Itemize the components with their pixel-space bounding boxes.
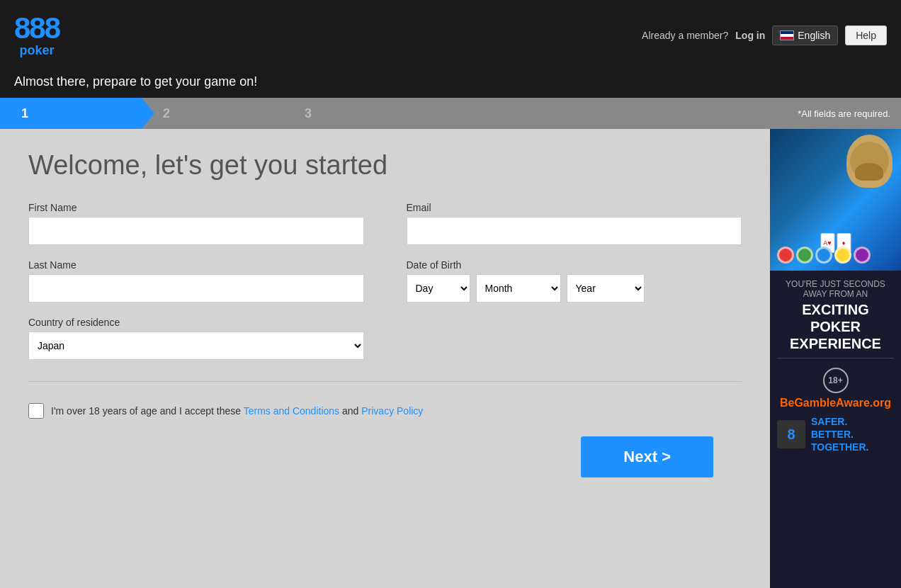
chip-blue (815, 247, 832, 264)
step-3-label: 3 (305, 106, 312, 121)
sidebar-ad: A♥ ♦ YOU'RE JUST SECONDS AWAY FROM AN EX… (770, 129, 901, 588)
terms-mid-text: and (339, 405, 361, 417)
safer-line2: BETTER. (811, 428, 868, 441)
language-label: English (798, 30, 830, 41)
required-note: *All fields are required. (798, 108, 901, 119)
already-member-text: Already a member? (642, 30, 728, 41)
dob-label: Date of Birth (407, 259, 742, 271)
tagline-text: Almost there, prepare to get your game o… (14, 74, 257, 89)
step-2[interactable]: 2 (142, 98, 283, 129)
terms-pre-text: I'm over 18 years of age and I accept th… (51, 405, 244, 417)
step-1[interactable]: 1 (0, 98, 142, 129)
next-button[interactable]: Next > (581, 436, 713, 477)
form-divider (28, 381, 742, 382)
header-right: Already a member? Log in English Help (642, 26, 887, 45)
form-area: Welcome, let's get you started First Nam… (0, 129, 770, 588)
country-select[interactable]: Japan United States United Kingdom Germa… (28, 332, 364, 360)
flag-icon (780, 30, 794, 40)
terms-text: I'm over 18 years of age and I accept th… (51, 405, 423, 417)
logo-poker: poker (20, 43, 55, 58)
dob-day-select[interactable]: Day 12345 678910 1112131415 1617181920 2… (407, 274, 470, 303)
step-3[interactable]: 3 (283, 98, 425, 129)
page-header: 888 poker Already a member? Log in Engli… (0, 0, 901, 71)
step-1-arrow (142, 98, 154, 129)
last-name-group: Last Name (28, 259, 364, 303)
ad-seconds-text: YOU'RE JUST SECONDS AWAY FROM AN (777, 279, 894, 299)
ad-safer-badge: 8 SAFER. BETTER. TOGETHER. (777, 415, 894, 454)
terms-area: I'm over 18 years of age and I accept th… (28, 403, 742, 419)
shield-badge-icon: 8 (777, 420, 805, 448)
steps-container: 1 2 3 (0, 98, 798, 129)
language-button[interactable]: English (772, 26, 838, 45)
form-row-3: Country of residence Japan United States… (28, 317, 742, 360)
logo: 888 poker (14, 13, 60, 58)
log-in-link[interactable]: Log in (735, 30, 765, 41)
dob-group: Date of Birth Day 12345 678910 111213141… (407, 259, 742, 303)
ad-divider (777, 358, 894, 358)
main-layout: Welcome, let's get you started First Nam… (0, 129, 901, 588)
help-button[interactable]: Help (845, 26, 887, 45)
dob-month-select[interactable]: Month JanuaryFebruaryMarchApril MayJuneJ… (476, 274, 561, 303)
gamble-aware-bold: Aware (836, 397, 870, 409)
terms-checkbox[interactable] (28, 403, 44, 419)
dob-selects: Day 12345 678910 1112131415 1617181920 2… (407, 274, 742, 303)
step-2-label: 2 (163, 106, 170, 121)
step-2-arrow (283, 98, 296, 129)
email-input[interactable] (407, 217, 742, 245)
country-group: Country of residence Japan United States… (28, 317, 364, 360)
gamble-aware-suffix: .org (870, 397, 891, 409)
ad-poker-chips (777, 247, 871, 264)
email-label: Email (407, 202, 742, 213)
chip-red (777, 247, 794, 264)
ad-18-badge: 18+ (823, 368, 849, 393)
safer-line1: SAFER. (811, 415, 868, 428)
chip-yellow (834, 247, 851, 264)
email-group: Email (407, 202, 742, 245)
gamble-aware-pre: BeGamble (780, 397, 836, 409)
ad-exciting-text: EXCITING POKER EXPERIENCE (777, 301, 894, 352)
ad-text-area: YOU'RE JUST SECONDS AWAY FROM AN EXCITIN… (770, 271, 901, 588)
empty-group (407, 317, 742, 360)
first-name-group: First Name (28, 202, 364, 245)
steps-bar: 1 2 3 *All fields are required. (0, 98, 901, 129)
first-name-input[interactable] (28, 217, 364, 245)
safer-line3: TOGETHER. (811, 441, 868, 453)
chip-purple (854, 247, 871, 264)
ad-gamble-aware: BeGambleAware.org (777, 397, 894, 409)
privacy-policy-link[interactable]: Privacy Policy (361, 405, 423, 417)
form-row-1: First Name Email (28, 202, 742, 245)
logo-888: 888 (14, 13, 60, 43)
tagline-bar: Almost there, prepare to get your game o… (0, 71, 901, 98)
ad-dog-image (846, 135, 892, 188)
terms-and-conditions-link[interactable]: Terms and Conditions (244, 405, 339, 417)
safer-text: SAFER. BETTER. TOGETHER. (811, 415, 868, 454)
last-name-label: Last Name (28, 259, 364, 271)
first-name-label: First Name (28, 202, 364, 213)
next-button-row: Next > (28, 436, 742, 477)
dob-year-select[interactable]: Year 20052004200320022001 20001999199819… (567, 274, 645, 303)
form-row-2: Last Name Date of Birth Day 12345 678910… (28, 259, 742, 303)
step-1-label: 1 (21, 106, 28, 121)
chip-green (796, 247, 813, 264)
ad-poker-table: A♥ ♦ (770, 129, 901, 271)
country-label: Country of residence (28, 317, 364, 328)
page-title: Welcome, let's get you started (28, 150, 742, 181)
last-name-input[interactable] (28, 274, 364, 303)
